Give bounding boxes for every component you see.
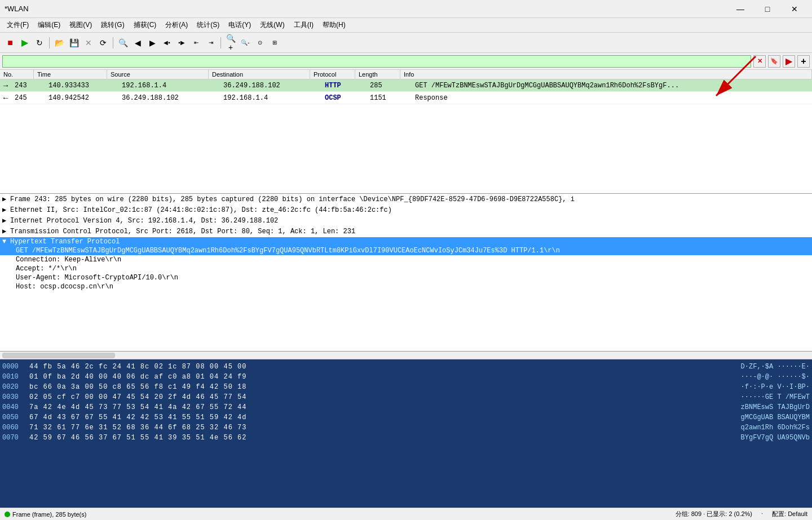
close-button[interactable]: ✕	[782, 2, 807, 16]
col-header-destination[interactable]: Destination	[209, 70, 310, 79]
hex-bytes: 02 05 cf c7 00 00 47 45 54 20 2f 4d 46 4…	[29, 393, 736, 401]
packet-no: 243	[11, 82, 45, 90]
menu-item-c[interactable]: 捕获(C)	[129, 19, 161, 31]
menu-item-i[interactable]: 工具(I)	[289, 19, 318, 31]
filter-clear-button[interactable]: ✕	[753, 55, 766, 68]
detail-child-http-host[interactable]: Host: ocsp.dcocsp.cn\r\n	[0, 282, 812, 291]
menu-item-g[interactable]: 跳转(G)	[96, 19, 129, 31]
detail-child-http-connection-label: Connection: Keep-Alive\r\n	[16, 256, 121, 264]
toolbar-zoom-reset-button[interactable]: ⊙	[253, 36, 267, 50]
detail-child-http-get[interactable]: GET /MFEwTzBNMEswSTAJBgUrDgMCGgUABBSAUQY…	[0, 246, 812, 255]
detail-section-frame-header[interactable]: ▶ Frame 243: 285 bytes on wire (2280 bit…	[0, 194, 812, 204]
detail-child-http-accept[interactable]: Accept: */*\r\n	[0, 264, 812, 273]
toolbar-save-button[interactable]: 💾	[67, 36, 81, 50]
status-profile: 配置: Default	[772, 510, 807, 518]
packet-direction-icon: →	[0, 81, 11, 90]
status-sep: ·	[761, 510, 763, 518]
col-header-length[interactable]: Length	[355, 70, 400, 79]
detail-section-tcp-label: Transmission Control Protocol, Src Port:…	[10, 228, 355, 235]
detail-child-http-useragent[interactable]: User-Agent: Microsoft-CryptoAPI/10.0\r\n	[0, 273, 812, 282]
col-header-no[interactable]: No.	[0, 70, 34, 79]
packet-src: 36.249.188.102	[118, 94, 220, 102]
packet-list-empty-area	[0, 136, 812, 193]
detail-section-tcp-header[interactable]: ▶ Transmission Control Protocol, Src Por…	[0, 226, 812, 236]
hex-offset: 0060	[2, 424, 25, 432]
hex-ascii: gMCGgUAB BSAUQYBM	[741, 414, 810, 421]
detail-child-http-useragent-label: User-Agent: Microsoft-CryptoAPI/10.0\r\n	[16, 274, 178, 282]
hex-ascii: q2awn1Rh 6Doh%2Fs	[741, 424, 810, 432]
menu-item-w[interactable]: 无线(W)	[255, 19, 289, 31]
hex-row: 000044 fb 5a 46 2c fc 24 41 8c 02 1c 87 …	[2, 362, 810, 372]
toolbar-find-button[interactable]: 🔍	[116, 36, 130, 50]
toolbar-zoom-out-button[interactable]: 🔍-	[239, 36, 252, 50]
hex-bytes: bc 66 0a 3a 00 50 c8 65 56 f8 c1 49 f4 4…	[29, 383, 736, 391]
hex-ascii: ···-@·@· ······$·	[741, 373, 810, 381]
detail-hscroll[interactable]	[0, 352, 812, 359]
toolbar-reload-button[interactable]: ⟳	[96, 36, 110, 50]
table-row[interactable]: ← 245 140.942542 36.249.188.102 192.168.…	[0, 92, 812, 104]
col-header-info[interactable]: Info	[400, 70, 812, 79]
hex-row: 00407a 42 4e 4d 45 73 77 53 54 41 4a 42 …	[2, 402, 810, 412]
packet-len: 285	[367, 82, 412, 90]
menu-item-e[interactable]: 编辑(E)	[33, 19, 65, 31]
filter-input[interactable]: http	[2, 55, 751, 68]
toolbar-restart-button[interactable]: ↻	[33, 36, 46, 50]
menu-item-h[interactable]: 帮助(H)	[318, 19, 350, 31]
detail-section-http: ▼ Hypertext Transfer Protocol GET /MFEwT…	[0, 237, 812, 292]
status-ready: Frame (frame), 285 byte(s)	[5, 511, 86, 518]
detail-child-http-accept-label: Accept: */*\r\n	[16, 265, 77, 273]
filter-bar: http ✕ 🔖 ▶ +	[0, 53, 812, 70]
packet-rows: → 243 140.933433 192.168.1.4 36.249.188.…	[0, 79, 812, 136]
detail-section-ethernet-label: Ethernet II, Src: IntelCor_02:1c:87 (24:…	[10, 206, 392, 214]
packet-no: 245	[11, 94, 45, 102]
hex-row: 005067 4d 43 67 67 55 41 42 42 53 41 55 …	[2, 412, 810, 423]
toolbar-filter-next-button[interactable]: ▪▶	[175, 36, 188, 50]
detail-section-ip-header[interactable]: ▶ Internet Protocol Version 4, Src: 192.…	[0, 216, 812, 225]
col-header-protocol[interactable]: Protocol	[310, 70, 355, 79]
expand-icon: ▶	[2, 206, 10, 214]
toolbar-close-button[interactable]: ✕	[82, 36, 95, 50]
toolbar-stop-button[interactable]: ■	[3, 36, 17, 50]
hex-offset: 0010	[2, 373, 25, 381]
table-row[interactable]: → 243 140.933433 192.168.1.4 36.249.188.…	[0, 79, 812, 92]
col-header-time[interactable]: Time	[34, 70, 107, 79]
filter-add-button[interactable]: +	[797, 55, 810, 68]
menu-item-s[interactable]: 统计(S)	[192, 19, 224, 31]
detail-section-http-header[interactable]: ▼ Hypertext Transfer Protocol	[0, 237, 812, 246]
hex-ascii: BYgFV7gQ UA95QNVb	[741, 434, 810, 442]
detail-child-http-connection[interactable]: Connection: Keep-Alive\r\n	[0, 255, 812, 264]
hex-bytes: 44 fb 5a 46 2c fc 24 41 8c 02 1c 87 08 0…	[29, 363, 736, 371]
hex-bytes: 67 4d 43 67 67 55 41 42 42 53 41 55 51 5…	[29, 414, 736, 421]
toolbar-resize-button[interactable]: ⊞	[268, 36, 281, 50]
packet-detail: ▶ Frame 243: 285 bytes on wire (2280 bit…	[0, 194, 812, 352]
col-header-source[interactable]: Source	[107, 70, 209, 79]
toolbar-prev-button[interactable]: ◀	[131, 36, 144, 50]
menu-item-f[interactable]: 文件(F)	[2, 19, 33, 31]
menu-item-y[interactable]: 电话(Y)	[224, 19, 255, 31]
toolbar-filter-prev-button[interactable]: ◀▪	[160, 36, 174, 50]
menu-item-v[interactable]: 视图(V)	[65, 19, 96, 31]
hex-row: 0020bc 66 0a 3a 00 50 c8 65 56 f8 c1 49 …	[2, 382, 810, 392]
toolbar-open-button[interactable]: 📂	[52, 36, 66, 50]
toolbar-last-button[interactable]: ⇥	[204, 36, 218, 50]
menu-item-a[interactable]: 分析(A)	[161, 19, 192, 31]
packet-direction-icon: ←	[0, 94, 11, 103]
window-title: *WLAN	[5, 5, 29, 13]
toolbar-zoom-in-button[interactable]: 🔍+	[224, 36, 237, 50]
toolbar-sep3	[220, 37, 221, 48]
hex-row: 003002 05 cf c7 00 00 47 45 54 20 2f 4d …	[2, 392, 810, 402]
filter-bookmark-button[interactable]: 🔖	[768, 55, 780, 68]
hex-dump: 000044 fb 5a 46 2c fc 24 41 8c 02 1c 87 …	[0, 359, 812, 508]
detail-section-ethernet-header[interactable]: ▶ Ethernet II, Src: IntelCor_02:1c:87 (2…	[0, 205, 812, 215]
hscroll-thumb[interactable]	[2, 353, 115, 358]
toolbar-start-button[interactable]: ▶	[18, 36, 32, 50]
toolbar-first-button[interactable]: ⇤	[189, 36, 203, 50]
toolbar-next-button[interactable]: ▶	[145, 36, 159, 50]
packet-info: GET /MFEwTzBNMEswSTAJBgUrDgMCGgUABBSAUQY…	[412, 82, 812, 90]
status-ready-text: Frame (frame), 285 byte(s)	[12, 511, 86, 518]
maximize-button[interactable]: □	[754, 2, 780, 16]
hex-bytes: 7a 42 4e 4d 45 73 77 53 54 41 4a 42 67 5…	[29, 403, 736, 411]
hex-ascii: ·f·:·P·e V··I·BP·	[741, 383, 810, 391]
filter-arrow-button[interactable]: ▶	[783, 55, 795, 68]
minimize-button[interactable]: —	[727, 2, 753, 16]
